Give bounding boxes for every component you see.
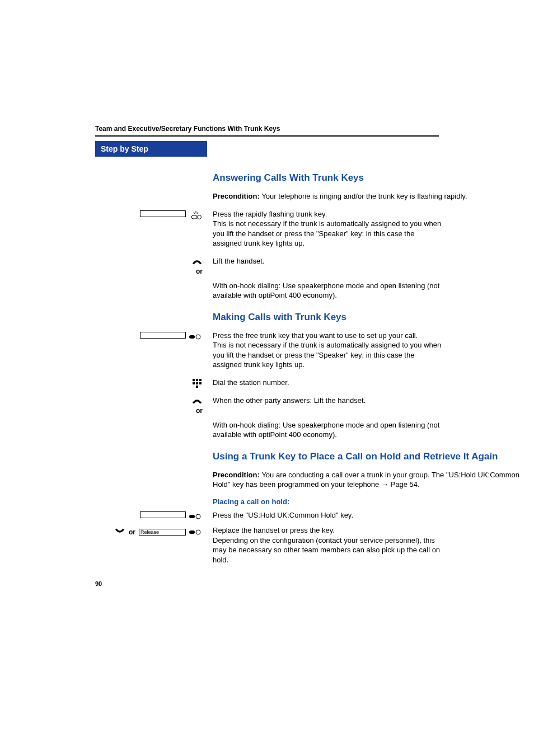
make-step4: With on-hook dialing: Use speakerphone m… — [213, 420, 442, 440]
svg-rect-12 — [199, 382, 202, 384]
svg-rect-14 — [189, 515, 195, 518]
heading-making: Making Calls with Trunk Keys — [213, 312, 534, 323]
subheading-place-hold: Placing a call on hold: — [213, 497, 534, 506]
make-or: or — [95, 407, 213, 415]
svg-point-15 — [196, 514, 200, 519]
svg-rect-8 — [196, 379, 198, 381]
replace-handset-icon — [114, 527, 125, 538]
ans-precondition: Precondition: Your telephone is ringing … — [213, 191, 534, 201]
make-step3: When the other party answers: Lift the h… — [213, 396, 442, 406]
precondition-label: Precondition: — [213, 192, 261, 200]
step-by-step-bar: Step by Step — [95, 141, 207, 157]
svg-point-17 — [196, 530, 200, 534]
lamp-flashing-icon — [189, 210, 203, 220]
ans-step3: With on-hook dialing: Use speakerphone m… — [213, 281, 442, 300]
make-step1: Press the free trunk key that you want t… — [213, 331, 442, 370]
heading-answering: Answering Calls With Trunk Keys — [213, 172, 534, 184]
precondition-text: Your telephone is ringing and/or the tru… — [261, 192, 467, 200]
hold-key-button[interactable] — [140, 511, 186, 518]
precondition-label-2: Precondition: — [213, 471, 261, 479]
hold-step2: Replace the handset or press the key. De… — [213, 525, 442, 565]
trunk-key-button-free[interactable] — [140, 332, 186, 339]
svg-point-4 — [198, 215, 202, 219]
ans-step2: Lift the handset. — [213, 256, 442, 266]
svg-point-6 — [196, 335, 200, 339]
lamp-off-icon-3 — [189, 527, 203, 537]
trunk-key-button[interactable] — [140, 210, 186, 217]
svg-rect-16 — [189, 530, 195, 534]
svg-rect-9 — [199, 379, 202, 381]
ans-step1: Press the rapidly flashing trunk key. Th… — [213, 209, 442, 248]
svg-rect-7 — [193, 379, 195, 381]
lamp-off-icon — [189, 332, 203, 342]
svg-line-2 — [197, 212, 198, 214]
svg-rect-3 — [191, 215, 197, 219]
page-link-54[interactable]: → Page 54. — [381, 480, 420, 489]
lamp-off-icon-2 — [189, 511, 203, 522]
page-number: 90 — [95, 580, 534, 587]
keypad-icon — [193, 379, 203, 391]
lift-handset-icon-2 — [191, 397, 203, 408]
page-header: Team and Executive/Secretary Functions W… — [95, 125, 280, 133]
svg-rect-11 — [196, 382, 198, 384]
svg-line-0 — [194, 212, 195, 214]
hold-step1: Press the "US:Hold UK:Common Hold" key. — [213, 510, 442, 520]
release-key-button[interactable]: Release — [139, 529, 186, 536]
ans-or: or — [95, 267, 213, 275]
svg-rect-5 — [189, 335, 195, 339]
lift-handset-icon — [191, 257, 203, 269]
make-step2: Dial the station number. — [213, 378, 442, 388]
hold-precondition: Precondition: You are conducting a call … — [213, 470, 534, 490]
heading-hold: Using a Trunk Key to Place a Call on Hol… — [213, 451, 534, 462]
hold-or: or — [129, 528, 135, 536]
svg-rect-13 — [196, 386, 198, 388]
svg-rect-10 — [193, 382, 195, 384]
